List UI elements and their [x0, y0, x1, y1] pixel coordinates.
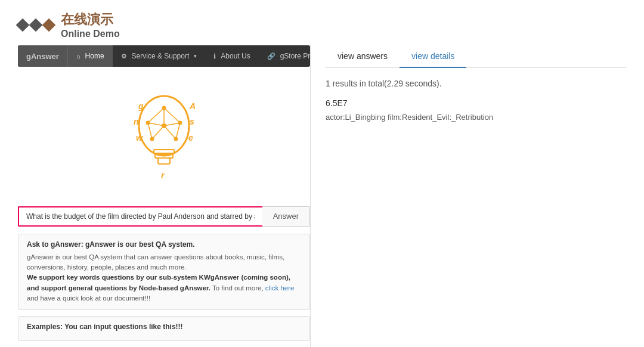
svg-line-17: [148, 123, 152, 139]
svg-text:r: r: [161, 171, 165, 180]
info-icon: ℹ: [213, 52, 216, 60]
left-panel: gAnswer ⌂ Home ⚙ Service & Support ▾ ℹ A…: [18, 45, 310, 347]
title-chinese: 在线演示: [61, 11, 120, 29]
result-item: 6.5E7 actor:Li_Bingbing film:Resident_Ev…: [326, 97, 626, 124]
svg-line-14: [164, 126, 176, 139]
diamond-icon-2: [29, 18, 43, 32]
answer-button[interactable]: Answer: [262, 206, 310, 227]
nav-gstore[interactable]: 🔗 gStore Project ▾: [259, 45, 310, 67]
result-meta: actor:Li_Bingbing film:Resident_Evil:_Re…: [326, 111, 626, 124]
navbar: gAnswer ⌂ Home ⚙ Service & Support ▾ ℹ A…: [18, 45, 310, 67]
nav-about[interactable]: ℹ About Us: [205, 45, 258, 67]
info-bold-text: We support key words questions by our su…: [27, 274, 290, 291]
bulb-graphic: g A n s w e r: [125, 90, 203, 185]
diamond-icons: [18, 20, 54, 30]
svg-line-12: [164, 123, 180, 126]
nav-home-label: Home: [85, 52, 104, 60]
svg-line-15: [148, 108, 164, 123]
nav-gstore-label: gStore Project: [280, 52, 310, 60]
logo-area: g A n s w e r: [18, 67, 310, 206]
nav-brand[interactable]: gAnswer: [18, 45, 68, 67]
info-box-1: Ask to gAnswer: gAnswer is our best QA s…: [18, 234, 310, 310]
svg-text:e: e: [188, 133, 193, 142]
search-area: Answer: [18, 206, 310, 227]
svg-text:g: g: [138, 101, 144, 111]
click-here-link[interactable]: click here: [265, 284, 295, 292]
main-layout: gAnswer ⌂ Home ⚙ Service & Support ▾ ℹ A…: [0, 45, 644, 347]
search-input[interactable]: [18, 206, 262, 227]
svg-line-16: [164, 108, 180, 123]
svg-line-18: [176, 123, 180, 139]
tabs-bar: view answers view details: [326, 45, 626, 68]
svg-rect-3: [158, 158, 170, 164]
svg-rect-1: [154, 150, 174, 153]
right-panel: view answers view details 1 results in t…: [310, 45, 626, 347]
nav-service-label: Service & Support: [132, 52, 190, 60]
info-box-1-text1: gAnswer is our best QA system that can a…: [27, 252, 301, 273]
diamond-icon-3: [42, 18, 56, 32]
results-count: 1 results in total(2.29 seconds).: [326, 79, 626, 88]
link-icon: 🔗: [267, 52, 275, 60]
svg-line-13: [152, 126, 164, 139]
tab-view-answers[interactable]: view answers: [326, 45, 400, 68]
svg-line-11: [148, 123, 164, 126]
svg-text:n: n: [134, 117, 139, 126]
nav-service[interactable]: ⚙ Service & Support ▾: [113, 45, 206, 67]
nav-home[interactable]: ⌂ Home: [68, 45, 113, 67]
tab-view-details[interactable]: view details: [400, 45, 466, 68]
svg-text:w: w: [136, 133, 143, 142]
diamond-icon-1: [16, 18, 30, 32]
info-box-2: Examples: You can input questions like t…: [18, 316, 310, 341]
service-icon: ⚙: [121, 52, 127, 60]
info-box-1-title: Ask to gAnswer: gAnswer is our best QA s…: [27, 240, 301, 249]
title-english: Online Demo: [61, 29, 120, 39]
info-box-2-title: Examples: You can input questions like t…: [27, 323, 301, 331]
header-titles: 在线演示 Online Demo: [61, 11, 120, 39]
svg-text:A: A: [189, 101, 196, 111]
nav-about-label: About Us: [221, 52, 250, 60]
caret-icon-1: ▾: [194, 53, 197, 59]
svg-text:s: s: [190, 117, 194, 126]
result-value: 6.5E7: [326, 97, 626, 111]
home-icon: ⌂: [76, 52, 80, 60]
page-header: 在线演示 Online Demo: [0, 0, 644, 45]
info-box-1-text2: We support key words questions by our su…: [27, 272, 301, 303]
